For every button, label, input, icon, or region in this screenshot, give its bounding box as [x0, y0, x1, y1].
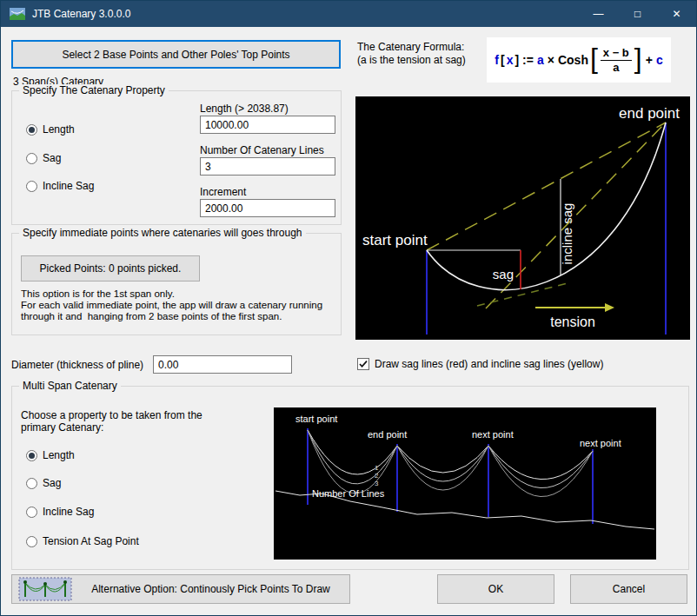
line-number-3: 3	[375, 480, 379, 487]
formula-close-bracket: ]	[514, 53, 519, 67]
draw-sag-lines-checkbox[interactable]: Draw sag lines (red) and incline sag lin…	[357, 358, 603, 370]
radio-length[interactable]: Length	[26, 123, 75, 136]
multi-radio-length-circle	[26, 450, 37, 461]
radio-incline-sag[interactable]: Incline Sag	[26, 180, 94, 192]
check-icon	[358, 359, 368, 369]
checkbox-label: Draw sag lines (red) and incline sag lin…	[375, 358, 603, 370]
multi-radio-length-label: Length	[43, 449, 75, 461]
diameter-input[interactable]	[153, 355, 292, 374]
multi-radio-incline-sag-circle	[26, 507, 37, 518]
formula-numerator: x − b	[601, 46, 632, 61]
formula-caption: The Catenary Formula: (a is the tension …	[357, 41, 466, 66]
radio-incline-sag-label: Incline Sag	[43, 180, 94, 192]
formula-big-close-bracket: ]	[634, 44, 642, 72]
window-controls: — □ ✕	[579, 1, 696, 27]
formula-cosh: Cosh	[558, 53, 588, 67]
multi-radio-sag-label: Sag	[43, 477, 61, 489]
close-button[interactable]: ✕	[657, 1, 696, 27]
multi-span-diagram-image: start point end point next point next po…	[274, 407, 656, 560]
catenary-formula: f[x] := a × Cosh [ x − b a ] + c	[487, 37, 671, 83]
increment-field-label: Increment	[200, 186, 246, 198]
jtb-catenary-window: JTB Catenary 3.0.0.0 — □ ✕ Select 2 Base…	[0, 0, 697, 616]
immediate-points-group: Specify immediate points where catenarie…	[11, 233, 342, 335]
formula-a: a	[537, 53, 544, 67]
radio-length-label: Length	[43, 123, 75, 136]
titlebar[interactable]: JTB Catenary 3.0.0.0 — □ ✕	[1, 1, 696, 27]
line-number-2: 2	[375, 472, 379, 480]
catenary-property-group-title: Specify The Catenary Property	[19, 84, 169, 96]
formula-f: f	[495, 53, 499, 67]
increment-input[interactable]	[200, 199, 335, 217]
multi-radio-incline-sag[interactable]: Incline Sag	[26, 506, 94, 518]
immediate-points-group-title: Specify immediate points where catenarie…	[19, 227, 306, 239]
formula-assign: :=	[522, 53, 534, 67]
tension-label: tension	[550, 315, 595, 329]
start-point-label: start point	[362, 232, 428, 248]
incline-sag-label: incline sag	[560, 203, 574, 265]
select-base-points-button[interactable]: Select 2 Base Points and Other Poles' To…	[11, 40, 341, 69]
multi-radio-tension[interactable]: Tension At Sag Point	[26, 535, 139, 547]
formula-times: ×	[548, 53, 554, 67]
lines-count-input[interactable]	[200, 157, 335, 176]
radio-sag-circle	[26, 153, 37, 164]
length-field-label: Length (> 2038.87)	[200, 103, 289, 115]
minimize-button[interactable]: —	[579, 1, 618, 27]
radio-length-circle	[26, 124, 37, 136]
diameter-label: Diameter (thickness of pline)	[11, 359, 143, 371]
formula-plus: +	[646, 53, 653, 67]
formula-open-bracket: [	[501, 53, 505, 67]
multi-end-point-label: end point	[368, 429, 407, 440]
multi-next-point-1-label: next point	[472, 429, 514, 440]
sag-label: sag	[493, 267, 514, 282]
end-point-label: end point	[619, 105, 680, 122]
multi-radio-length[interactable]: Length	[26, 449, 75, 461]
number-of-lines-label: Number Of Lines	[312, 488, 385, 499]
formula-fraction: x − b a	[601, 46, 632, 74]
multi-radio-sag-circle	[26, 478, 37, 489]
multi-caption-line1: Choose a property to be taken from the	[21, 409, 202, 421]
formula-denominator: a	[613, 61, 619, 75]
checkbox-box	[357, 358, 369, 370]
multi-radio-tension-circle	[26, 536, 37, 547]
alternative-option-button[interactable]: Alternative Option: Continously Pick Poi…	[11, 574, 350, 604]
single-span-diagram-image: start point end point sag incline sag te…	[355, 96, 690, 340]
catenary-preview-icon	[18, 577, 72, 601]
lines-count-field-label: Number Of Catenary Lines	[200, 144, 324, 156]
picked-points-button[interactable]: Picked Points: 0 points picked.	[21, 255, 200, 282]
multi-caption-line2: primary Catenary:	[21, 421, 103, 434]
multi-radio-sag[interactable]: Sag	[26, 477, 61, 489]
immediate-note-line2: For each valid immediate point, the app …	[21, 300, 322, 312]
window-title: JTB Catenary 3.0.0.0	[32, 8, 130, 20]
multi-span-group-title: Multi Span Catenary	[19, 380, 121, 392]
multi-radio-tension-label: Tension At Sag Point	[43, 535, 139, 547]
radio-sag[interactable]: Sag	[26, 152, 61, 164]
multi-start-point-label: start point	[295, 414, 337, 424]
alternative-option-label: Alternative Option: Continously Pick Poi…	[72, 583, 349, 595]
radio-sag-label: Sag	[43, 152, 61, 164]
multi-next-point-2-label: next point	[580, 438, 621, 448]
formula-x: x	[507, 53, 514, 67]
line-number-1: 1	[375, 464, 379, 472]
cancel-button[interactable]: Cancel	[570, 574, 687, 604]
formula-big-open-bracket: [	[590, 44, 598, 72]
immediate-note-line1: This option is for the 1st span only.	[21, 288, 175, 301]
formula-caption-line1: The Catenary Formula:	[357, 41, 466, 54]
immediate-note-line3: through it and hanging from 2 base point…	[21, 311, 282, 323]
app-icon	[10, 8, 25, 20]
length-input[interactable]	[200, 116, 335, 134]
multi-radio-incline-sag-label: Incline Sag	[43, 506, 94, 518]
multi-span-group: Multi Span Catenary Choose a property to…	[11, 386, 689, 570]
maximize-button[interactable]: □	[618, 1, 657, 27]
formula-c: c	[656, 53, 663, 67]
ok-button[interactable]: OK	[437, 574, 554, 604]
catenary-property-group: Specify The Catenary Property Length Sag…	[11, 90, 342, 225]
radio-incline-sag-circle	[26, 181, 37, 192]
formula-caption-line2: (a is the tension at sag)	[357, 54, 466, 67]
